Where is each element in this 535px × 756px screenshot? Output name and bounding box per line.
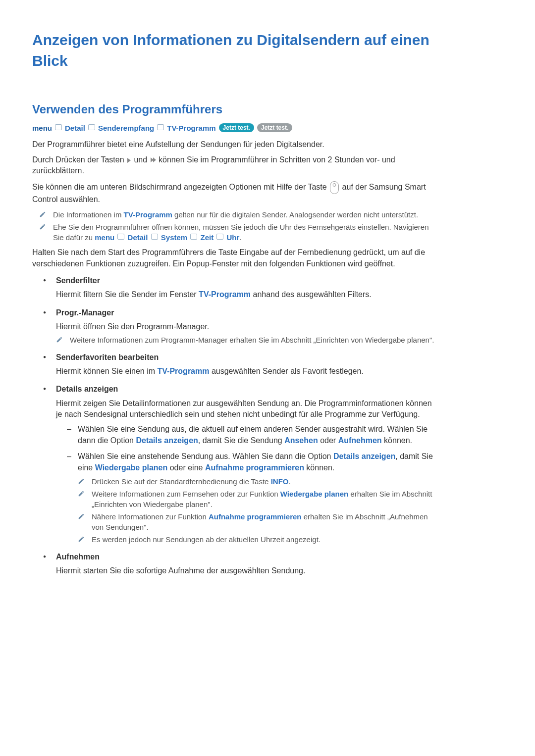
keyword: Details anzeigen [333, 452, 395, 460]
text: Die Informationen im [53, 210, 124, 219]
keyword: Aufnehmen [338, 436, 382, 445]
text: gelten nur für die digitalen Sender. Ana… [172, 210, 418, 219]
text: Weitere Informationen zum Fernsehen oder… [92, 490, 280, 498]
text: Es werden jedoch nur Sendungen ab der ak… [92, 534, 321, 545]
pencil-icon [78, 490, 85, 497]
text: können. [304, 463, 334, 472]
keyword: System [161, 233, 187, 242]
bullet-title: Aufnehmen [56, 552, 438, 562]
text: Weitere Informationen zum Programm-Manag… [70, 335, 434, 345]
bullet-desc: Hiermit öffnen Sie den Programm-Manager. [56, 321, 438, 332]
folder-icon [151, 234, 158, 240]
keyword: TV-Programm [199, 290, 251, 299]
bullet-senderfavoriten: Senderfavoriten bearbeiten Hiermit könne… [43, 352, 438, 377]
text: ausgewählten Sender als Favorit festlege… [209, 367, 363, 375]
breadcrumb: menu Detail Senderempfang TV-Programm Je… [32, 123, 438, 133]
bullet-desc: Hiermit starten Sie die sofortige Aufnah… [56, 565, 438, 576]
bc-senderempfang: Senderempfang [98, 123, 154, 133]
text: anhand des ausgewählten Filters. [251, 290, 372, 299]
keyword: INFO [271, 477, 289, 486]
note-tvprogramm: Die Informationen im TV-Programm gelten … [39, 209, 438, 220]
remote-button-icon [330, 181, 339, 194]
bullet-title: Senderfilter [56, 275, 438, 286]
text: Durch Drücken der Tasten [32, 155, 126, 164]
keyword: Uhr [227, 233, 240, 242]
text: Wählen Sie eine anstehende Sendung aus. … [78, 452, 333, 460]
dash-item-schedule: Wählen Sie eine anstehende Sendung aus. … [67, 451, 438, 545]
bc-detail: Detail [65, 123, 85, 133]
text: oder [318, 436, 338, 445]
text: Drücken Sie auf der Standardfernbedienun… [92, 477, 271, 486]
text: oder eine [167, 463, 205, 472]
keyword: Aufnahme programmieren [209, 512, 302, 521]
folder-icon [88, 124, 95, 130]
bullet-title: Senderfavoriten bearbeiten [56, 352, 438, 363]
dash-item-watch-record: Wählen Sie eine Sendung aus, die aktuell… [67, 424, 438, 446]
note-wiedergabe-planen: Weitere Informationen zum Fernsehen oder… [78, 489, 438, 509]
pencil-icon [39, 211, 46, 218]
intro-paragraph-2: Durch Drücken der Tasten und können Sie … [32, 154, 438, 177]
intro-paragraph-3: Sie können die am unteren Bildschirmrand… [32, 181, 438, 205]
pencil-icon [39, 223, 46, 230]
folder-icon [190, 234, 197, 240]
pencil-icon [56, 336, 63, 343]
text: Nähere Informationen zur Funktion [92, 512, 209, 521]
bullet-desc: Hiermit filtern Sie die Sender im Fenste… [56, 289, 438, 300]
try-now-badge-grey[interactable]: Jetzt test. [257, 123, 292, 133]
paragraph-popup-intro: Halten Sie nach dem Start des Programmfü… [32, 247, 438, 269]
pencil-icon [78, 513, 85, 520]
text: . [239, 233, 241, 242]
text: Sie können die am unteren Bildschirmrand… [32, 183, 329, 191]
arrow-right-icon [127, 158, 131, 163]
section-heading: Verwenden des Programmführers [32, 101, 438, 118]
text: und [134, 155, 149, 164]
keyword: Zeit [201, 233, 214, 242]
text: Hiermit filtern Sie die Sender im Fenste… [56, 290, 199, 299]
bullet-title: Details anzeigen [56, 384, 438, 395]
text: können. [382, 436, 412, 445]
bullet-desc: Hiermit können Sie einen im TV-Programm … [56, 366, 438, 377]
bullet-aufnehmen: Aufnehmen Hiermit starten Sie die sofort… [43, 552, 438, 577]
text: . [288, 477, 290, 486]
try-now-badge[interactable]: Jetzt test. [219, 123, 254, 133]
keyword: TV-Programm [158, 367, 210, 375]
keyword: menu [95, 233, 114, 242]
text: Hiermit können Sie einen im [56, 367, 158, 375]
keyword: Ansehen [284, 436, 318, 445]
pencil-icon [78, 536, 85, 543]
note-aufnahme-programmieren: Nähere Informationen zur Funktion Aufnah… [78, 511, 438, 532]
keyword: Wiedergabe planen [280, 490, 348, 498]
bullet-details-anzeigen: Details anzeigen Hiermit zeigen Sie Deta… [43, 384, 438, 545]
intro-paragraph-1: Der Programmführer bietet eine Aufstellu… [32, 139, 438, 150]
text: , damit Sie die Sendung [198, 436, 284, 445]
keyword: Details anzeigen [136, 436, 198, 445]
folder-icon [55, 124, 62, 130]
bullet-senderfilter: Senderfilter Hiermit filtern Sie die Sen… [43, 275, 438, 301]
bc-tvprogramm: TV-Programm [167, 123, 215, 133]
keyword: TV-Programm [124, 210, 172, 219]
pencil-icon [78, 478, 85, 485]
keyword: Detail [128, 233, 148, 242]
note-current-time: Es werden jedoch nur Sendungen ab der ak… [78, 534, 438, 545]
note-progr-manager: Weitere Informationen zum Programm-Manag… [56, 335, 438, 345]
keyword: Wiedergabe planen [95, 463, 168, 472]
bullet-title: Progr.-Manager [56, 307, 438, 318]
keyword: Aufnahme programmieren [205, 463, 304, 472]
bullet-desc: Hiermit zeigen Sie Detailinformationen z… [56, 398, 438, 420]
page-title: Anzeigen von Informationen zu Digitalsen… [32, 30, 438, 71]
note-clock-setup: Ehe Sie den Programmführer öffnen können… [39, 222, 438, 243]
bc-menu: menu [32, 123, 52, 133]
arrow-fast-forward-icon [151, 157, 156, 162]
bullet-progr-manager: Progr.-Manager Hiermit öffnen Sie den Pr… [43, 307, 438, 345]
folder-icon [117, 234, 124, 240]
folder-icon [216, 234, 223, 240]
folder-icon [157, 124, 164, 130]
note-info-button: Drücken Sie auf der Standardfernbedienun… [78, 476, 438, 487]
